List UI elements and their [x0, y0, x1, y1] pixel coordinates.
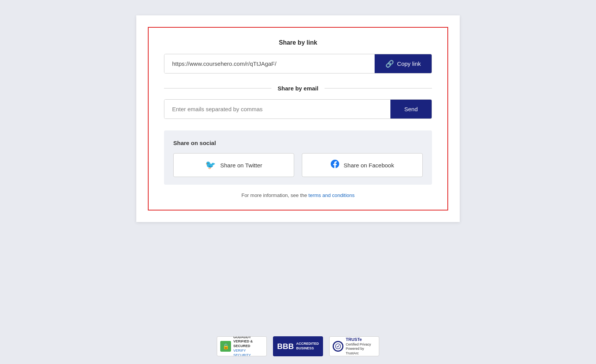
bbb-logo: BBB — [277, 342, 294, 351]
share-by-link-title: Share by link — [164, 39, 432, 46]
godaddy-line3: VERIFY SECURITY — [233, 349, 263, 356]
social-section: Share on social 🐦 Share on Twitter Share… — [164, 130, 432, 185]
facebook-button[interactable]: Share on Facebook — [302, 153, 423, 177]
bbb-line1: ACCREDITED — [296, 342, 319, 346]
outer-card: Share by link 🔗 Copy link Share by email… — [136, 15, 460, 222]
bbb-text: ACCREDITED BUSINESS — [296, 342, 319, 351]
link-row: 🔗 Copy link — [164, 54, 432, 73]
terms-link[interactable]: terms and conditions — [308, 192, 355, 198]
divider-right — [325, 88, 432, 88]
send-button[interactable]: Send — [390, 100, 432, 119]
copy-link-button[interactable]: 🔗 Copy link — [375, 54, 432, 73]
social-buttons: 🐦 Share on Twitter Share on Facebook — [173, 153, 423, 177]
truste-text: TRUSTe Certified Privacy Powered by Trus… — [346, 337, 376, 356]
facebook-icon — [331, 160, 339, 170]
truste-label: TRUSTe — [346, 337, 376, 342]
email-input[interactable] — [164, 100, 390, 119]
godaddy-line2: VERIFIED & SECURED — [233, 339, 263, 348]
email-divider-row: Share by email — [164, 85, 432, 92]
inner-card: Share by link 🔗 Copy link Share by email… — [148, 27, 448, 210]
terms-prefix: For more information, see the — [241, 192, 308, 198]
bbb-line2: BUSINESS — [296, 346, 319, 351]
link-input[interactable] — [164, 54, 375, 73]
truste-badge: TRUSTe Certified Privacy Powered by Trus… — [329, 336, 379, 356]
link-icon: 🔗 — [385, 60, 394, 68]
godaddy-shield-icon: 🔒 — [220, 341, 231, 352]
copy-link-label: Copy link — [397, 60, 421, 67]
godaddy-badge: 🔒 GODADDY VERIFIED & SECURED VERIFY SECU… — [217, 336, 267, 356]
terms-row: For more information, see the terms and … — [164, 192, 432, 198]
godaddy-line1: GODADDY — [233, 336, 263, 339]
social-title: Share on social — [173, 140, 423, 146]
facebook-label: Share on Facebook — [344, 162, 394, 169]
truste-circle-icon — [333, 341, 343, 352]
godaddy-text: GODADDY VERIFIED & SECURED VERIFY SECURI… — [233, 336, 263, 356]
twitter-icon: 🐦 — [205, 160, 216, 170]
share-by-email-title: Share by email — [278, 85, 318, 92]
truste-line1: Certified Privacy — [346, 342, 376, 347]
bbb-badge: BBB ACCREDITED BUSINESS — [273, 336, 323, 356]
truste-line2: Powered by TrustArc — [346, 347, 376, 356]
svg-point-0 — [335, 344, 340, 349]
divider-left — [164, 88, 271, 88]
footer: 🔒 GODADDY VERIFIED & SECURED VERIFY SECU… — [0, 325, 596, 364]
send-label: Send — [404, 106, 418, 112]
email-row: Send — [164, 99, 432, 119]
twitter-button[interactable]: 🐦 Share on Twitter — [173, 153, 294, 177]
twitter-label: Share on Twitter — [220, 162, 262, 169]
